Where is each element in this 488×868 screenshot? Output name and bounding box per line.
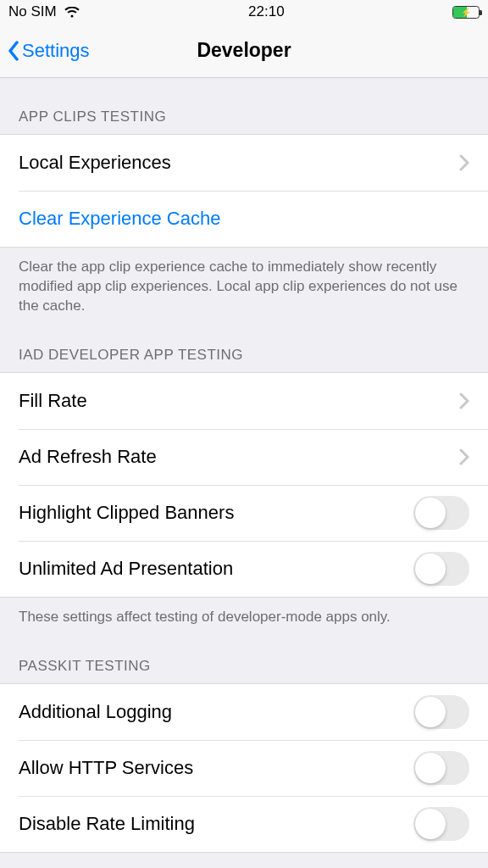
cell-ad-refresh-rate[interactable]: Ad Refresh Rate [0,429,488,485]
section-header-passkit: PassKit Testing [0,627,488,683]
section-header-app-clips: App Clips Testing [0,78,488,134]
cell-label: Unlimited Ad Presentation [19,558,413,580]
back-button[interactable]: Settings [7,40,90,62]
status-bar: No SIM 22:10 ⚡ [0,0,488,24]
cell-local-experiences[interactable]: Local Experiences [0,135,488,191]
chevron-right-icon [459,392,469,409]
group-iad: Fill Rate Ad Refresh Rate Highlight Clip… [0,372,488,598]
content-scroll[interactable]: App Clips Testing Local Experiences Clea… [0,78,488,868]
battery-icon: ⚡ [452,6,480,19]
cell-additional-logging: Additional Logging [0,684,488,740]
cell-label: Ad Refresh Rate [19,446,452,468]
switch-disable-rate-limiting[interactable] [413,807,469,841]
cell-allow-http: Allow HTTP Services [0,740,488,796]
section-header-iad: iAd Developer App Testing [0,316,488,372]
switch-additional-logging[interactable] [413,695,469,729]
cell-label: Fill Rate [19,390,452,412]
status-left: No SIM [8,3,80,20]
switch-highlight-clipped[interactable] [413,496,469,530]
status-time: 22:10 [248,3,285,20]
chevron-right-icon [459,448,469,465]
section-footer-app-clips: Clear the app clip experience cache to i… [0,248,488,316]
cell-unlimited-ad: Unlimited Ad Presentation [0,541,488,597]
chevron-left-icon [7,41,20,61]
switch-unlimited-ad[interactable] [413,552,469,586]
cell-label: Allow HTTP Services [19,757,413,779]
cell-label: Disable Rate Limiting [19,813,413,835]
cell-label: Additional Logging [19,701,413,723]
cell-label: Clear Experience Cache [19,208,469,230]
carrier-text: No SIM [8,3,57,20]
group-passkit: Additional Logging Allow HTTP Services D… [0,683,488,853]
chevron-right-icon [459,154,469,171]
cell-label: Highlight Clipped Banners [19,502,413,524]
group-app-clips: Local Experiences Clear Experience Cache [0,134,488,248]
switch-allow-http[interactable] [413,751,469,785]
cell-clear-cache[interactable]: Clear Experience Cache [0,191,488,247]
cell-highlight-clipped: Highlight Clipped Banners [0,485,488,541]
cell-fill-rate[interactable]: Fill Rate [0,373,488,429]
cell-label: Local Experiences [19,152,452,174]
cell-disable-rate-limiting: Disable Rate Limiting [0,796,488,852]
back-label: Settings [22,40,90,62]
wifi-icon [64,6,80,18]
section-footer-iad: These settings affect testing of develop… [0,598,488,627]
status-right: ⚡ [452,6,480,19]
nav-bar: Settings Developer [0,24,488,78]
